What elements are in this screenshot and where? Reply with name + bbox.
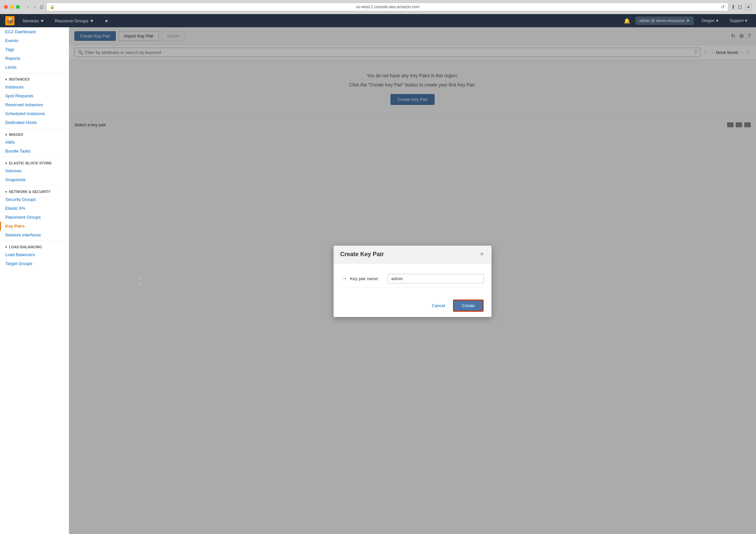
support-label: Support bbox=[730, 18, 743, 23]
sidebar: EC2 Dashboard Events Tags Reports Limits… bbox=[0, 27, 69, 534]
modal-cancel-button[interactable]: Cancel bbox=[428, 301, 449, 310]
browser-chrome: ‹ › ⊡ 🔒 us-west-2.console.aws.amazon.com… bbox=[0, 0, 756, 14]
sidebar-item-instances[interactable]: Instances bbox=[0, 83, 69, 91]
traffic-lights bbox=[4, 5, 20, 9]
load-balancing-section-label: LOAD BALANCING bbox=[9, 245, 42, 249]
sidebar-section-ebs: ▾ ELASTIC BLOCK STORE bbox=[0, 159, 69, 166]
bell-icon[interactable]: 🔔 bbox=[624, 18, 630, 24]
resource-groups-menu[interactable]: Resource Groups ▼ bbox=[52, 18, 97, 23]
sidebar-item-bundle-tasks[interactable]: Bundle Tasks bbox=[0, 147, 69, 156]
sidebar-section-network: ▾ NETWORK & SECURITY bbox=[0, 187, 69, 195]
key-pair-name-label: Key pair name: bbox=[350, 276, 379, 281]
sidebar-item-network-interfaces[interactable]: Network Interfaces bbox=[0, 231, 69, 240]
load-balancing-toggle-icon[interactable]: ▾ bbox=[5, 245, 7, 249]
sidebar-item-load-balancers[interactable]: Load Balancers bbox=[0, 250, 69, 259]
key-pair-name-row: → Key pair name: bbox=[341, 270, 484, 288]
modal-header: Create Key Pair × bbox=[334, 246, 492, 264]
ebs-section-label: ELASTIC BLOCK STORE bbox=[9, 161, 52, 165]
nav-buttons: ‹ › bbox=[25, 4, 37, 10]
aws-logo: 📦 bbox=[5, 16, 14, 25]
new-tab-button[interactable]: + bbox=[745, 3, 752, 11]
sidebar-section-load-balancing: ▾ LOAD BALANCING bbox=[0, 242, 69, 250]
sidebar-item-reports[interactable]: Reports bbox=[0, 54, 69, 63]
sidebar-item-events[interactable]: Events bbox=[0, 36, 69, 45]
content-area: ‹ Create Key Pair Import Key Pair Delete… bbox=[69, 27, 756, 534]
modal-close-button[interactable]: × bbox=[479, 251, 485, 258]
refresh-button[interactable]: ↺ bbox=[721, 4, 725, 10]
network-toggle-icon[interactable]: ▾ bbox=[5, 190, 7, 194]
aws-nav: 📦 Services ▼ Resource Groups ▼ ★ 🔔 admin… bbox=[0, 14, 756, 27]
lock-icon: 🔒 bbox=[50, 5, 55, 9]
services-menu[interactable]: Services ▼ bbox=[20, 18, 47, 23]
sidebar-item-elastic-ips[interactable]: Elastic IPs bbox=[0, 204, 69, 213]
sidebar-item-target-groups[interactable]: Target Groups bbox=[0, 259, 69, 268]
browser-actions: ⬆ ⊡ + bbox=[731, 3, 752, 11]
sidebar-item-snapshots[interactable]: Snapshots bbox=[0, 175, 69, 184]
share-button[interactable]: ⬆ bbox=[731, 3, 735, 11]
modal-create-button[interactable]: Create bbox=[453, 299, 484, 312]
region-menu[interactable]: Oregon ▼ bbox=[699, 18, 722, 23]
minimize-traffic-light[interactable] bbox=[10, 5, 14, 9]
aws-logo-icon: 📦 bbox=[6, 17, 14, 24]
ebs-toggle-icon[interactable]: ▾ bbox=[5, 162, 7, 165]
sidebar-section-images: ▾ IMAGES bbox=[0, 130, 69, 138]
modal-overlay: Create Key Pair × → Key pair name: Cance… bbox=[69, 27, 756, 534]
tab-button[interactable]: ⊡ bbox=[738, 3, 742, 11]
url-text: us-west-2.console.aws.amazon.com bbox=[57, 5, 718, 9]
pin-icon[interactable]: ★ bbox=[102, 18, 111, 23]
instances-section-label: INSTANCES bbox=[9, 77, 30, 81]
key-pair-name-input[interactable] bbox=[388, 274, 484, 283]
sidebar-item-placement-groups[interactable]: Placement Groups bbox=[0, 213, 69, 222]
main-layout: EC2 Dashboard Events Tags Reports Limits… bbox=[0, 27, 756, 534]
back-button[interactable]: ‹ bbox=[25, 4, 31, 10]
close-traffic-light[interactable] bbox=[4, 5, 8, 9]
sidebar-item-reserved-instances[interactable]: Reserved Instances bbox=[0, 100, 69, 109]
sidebar-section-instances: ▾ INSTANCES bbox=[0, 75, 69, 83]
user-label: admin @ demo-resources bbox=[639, 18, 685, 23]
url-bar[interactable]: 🔒 us-west-2.console.aws.amazon.com ↺ bbox=[46, 3, 728, 11]
services-label: Services bbox=[22, 18, 39, 23]
sidebar-divider-3 bbox=[0, 157, 69, 157]
region-chevron-icon: ▼ bbox=[715, 18, 719, 23]
instances-toggle-icon[interactable]: ▾ bbox=[5, 78, 7, 81]
sidebar-item-tags[interactable]: Tags bbox=[0, 45, 69, 54]
region-label: Oregon bbox=[701, 18, 715, 23]
arrow-icon: → bbox=[341, 275, 347, 282]
sidebar-item-security-groups[interactable]: Security Groups bbox=[0, 195, 69, 204]
sidebar-item-limits[interactable]: Limits bbox=[0, 63, 69, 72]
sidebar-divider-5 bbox=[0, 241, 69, 241]
sidebar-item-scheduled-instances[interactable]: Scheduled Instances bbox=[0, 109, 69, 118]
form-label-wrap: → Key pair name: bbox=[341, 275, 388, 282]
sidebar-divider-2 bbox=[0, 128, 69, 129]
sidebar-item-key-pairs[interactable]: Key Pairs bbox=[0, 222, 69, 231]
resource-groups-chevron-icon: ▼ bbox=[90, 18, 94, 23]
maximize-traffic-light[interactable] bbox=[16, 5, 20, 9]
forward-button[interactable]: › bbox=[32, 4, 38, 10]
images-toggle-icon[interactable]: ▾ bbox=[5, 133, 7, 137]
sidebar-item-spot-requests[interactable]: Spot Requests bbox=[0, 91, 69, 100]
modal-title: Create Key Pair bbox=[340, 251, 384, 258]
modal-footer: Cancel Create bbox=[334, 294, 492, 317]
network-section-label: NETWORK & SECURITY bbox=[9, 190, 51, 194]
sidebar-item-volumes[interactable]: Volumes bbox=[0, 166, 69, 175]
support-menu[interactable]: Support ▼ bbox=[727, 18, 751, 23]
sidebar-item-dedicated-hosts[interactable]: Dedicated Hosts bbox=[0, 118, 69, 127]
images-section-label: IMAGES bbox=[9, 133, 23, 137]
support-chevron-icon: ▼ bbox=[744, 18, 748, 23]
services-chevron-icon: ▼ bbox=[40, 18, 44, 23]
modal-body: → Key pair name: bbox=[334, 264, 492, 294]
sidebar-item-ec2-dashboard[interactable]: EC2 Dashboard bbox=[0, 27, 69, 36]
resource-groups-label: Resource Groups bbox=[55, 18, 89, 23]
sidebar-divider-4 bbox=[0, 186, 69, 186]
user-menu[interactable]: admin @ demo-resources ▼ bbox=[635, 17, 693, 25]
create-key-pair-modal: Create Key Pair × → Key pair name: Cance… bbox=[334, 246, 492, 317]
user-chevron-icon: ▼ bbox=[686, 18, 690, 23]
window-button[interactable]: ⊡ bbox=[40, 4, 44, 10]
sidebar-item-amis[interactable]: AMIs bbox=[0, 138, 69, 147]
sidebar-divider-1 bbox=[0, 73, 69, 73]
